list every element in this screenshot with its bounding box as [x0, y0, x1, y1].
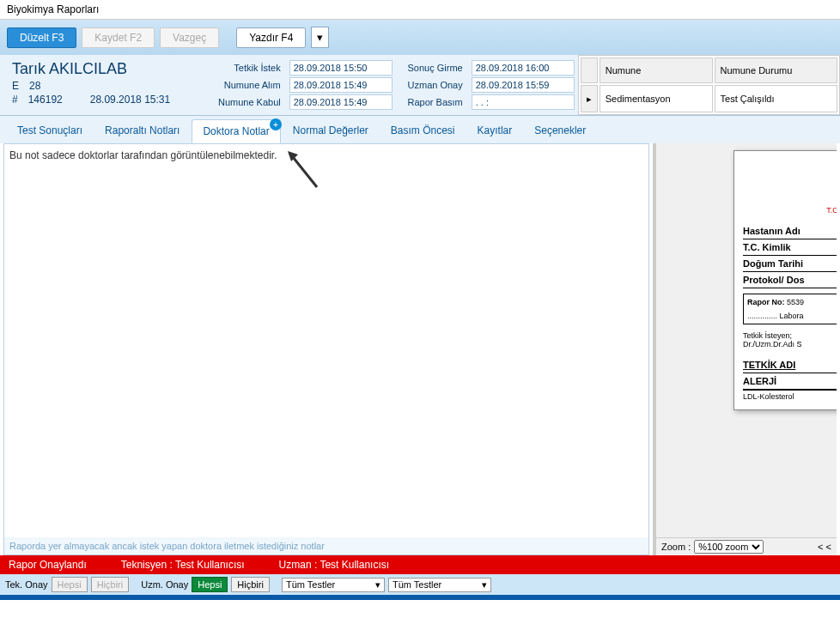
ldl: LDL-Kolesterol	[743, 390, 837, 401]
row-indicator: ▸	[581, 85, 598, 112]
doc-dob: Doğum Tarihi	[743, 256, 837, 272]
file-date: 28.09.2018 15:31	[90, 94, 170, 106]
preview-panel: T.C. Sağlık Bakanlığı Hastanın Adı T.C. …	[653, 143, 837, 555]
tek-hepsi-button: Hepsi	[52, 577, 88, 592]
request-value: 28.09.2018 15:50	[289, 60, 393, 76]
tab-options[interactable]: Seçenekler	[524, 119, 596, 143]
main-area: Bu not sadece doktorlar tarafından görün…	[0, 143, 840, 555]
sample-accept-value: 28.09.2018 15:49	[289, 94, 393, 110]
preview-footer: Zoom : %100 zoom < <	[656, 537, 837, 555]
tab-results[interactable]: Test Sonuçları	[7, 119, 93, 143]
tab-doctor-notes-label: Doktora Notlar	[203, 125, 269, 137]
tab-preprint[interactable]: Basım Öncesi	[380, 119, 466, 143]
sample-table: Numune Numune Durumu ▸ Sedimentasyon Tes…	[578, 55, 840, 115]
window-titlebar: Biyokimya Raporları	[0, 0, 840, 20]
sample-accept-label: Numune Kabul	[207, 97, 284, 107]
note-text[interactable]: Bu not sadece doktorlar tarafından görün…	[4, 144, 648, 537]
uzm-hepsi-button[interactable]: Hepsi	[192, 577, 228, 592]
report-preview: T.C. Sağlık Bakanlığı Hastanın Adı T.C. …	[733, 150, 837, 410]
print-date-value: . . :	[472, 94, 575, 110]
file-no-prefix: #	[12, 94, 18, 106]
spec-label: Uzman :	[279, 559, 318, 571]
alerji: ALERJİ	[743, 373, 837, 390]
spec-value: Test Kullanıcısı	[320, 559, 389, 571]
doc-tc: T.C. Kimlik	[743, 239, 837, 256]
print-date-label: Rapor Basım	[398, 97, 466, 107]
print-dropdown[interactable]: ▾	[311, 27, 329, 48]
doc-protocol: Protokol/ Dos	[743, 272, 837, 288]
status-bar: Rapor Onaylandı Teknisyen : Test Kullanı…	[0, 555, 840, 574]
tech-label: Teknisyen :	[121, 559, 173, 571]
uzm-hicbiri-button[interactable]: Hiçbiri	[231, 577, 270, 592]
sample-take-label: Numune Alım	[207, 80, 284, 90]
tetkik-adi: TETKİK ADI	[743, 357, 837, 373]
zoom-label: Zoom :	[661, 542, 691, 552]
dates-block: Tetkik İstek 28.09.2018 15:50 Sonuç Girm…	[204, 55, 578, 115]
nav-buttons[interactable]: < <	[818, 542, 831, 552]
patient-gender: E	[12, 80, 19, 92]
tabs-row: Test Sonuçları Raporaltı Notları Doktora…	[0, 116, 840, 143]
tab-records[interactable]: Kayıtlar	[467, 119, 523, 143]
status-spec: Uzman : Test Kullanıcısı	[279, 559, 390, 571]
labora-text: .............. Labora	[747, 312, 837, 320]
requestor-label: Tetkik İsteyen;	[743, 331, 837, 340]
result-label: Sonuç Girme	[398, 63, 466, 73]
sample-col-name: Numune	[600, 58, 713, 83]
status-tech: Teknisyen : Test Kullanıcısı	[121, 559, 245, 571]
tek-hicbiri-button: Hiçbiri	[91, 577, 130, 592]
approval-value: 28.09.2018 15:59	[472, 77, 575, 93]
cancel-button: Vazgeç	[160, 27, 219, 48]
request-label: Tetkik İstek	[207, 63, 284, 73]
bottom-bar: Tek. Onay Hepsi Hiçbiri Uzm. Onay Hepsi …	[0, 574, 840, 595]
uzm-onay-label: Uzm. Onay	[141, 579, 188, 590]
patient-name: Tarık AKILCILAB	[12, 60, 192, 78]
ministry-text: T.C. Sağlık Bakanlığı	[743, 206, 837, 215]
note-hint: Raporda yer almayacak ancak istek yapan …	[4, 537, 648, 554]
tek-onay-label: Tek. Onay	[5, 579, 48, 590]
sample-col-status: Numune Durumu	[715, 58, 837, 83]
patient-block: Tarık AKILCILAB E 28 # 146192 28.09.2018…	[0, 55, 204, 115]
tech-value: Test Kullanıcısı	[175, 559, 245, 571]
requestor-value: Dr./Uzm.Dr.Adı S	[743, 340, 837, 348]
patient-age: 28	[29, 80, 40, 92]
tab-normal[interactable]: Normal Değerler	[283, 119, 379, 143]
sample-take-value: 28.09.2018 15:49	[289, 77, 393, 93]
sample-name: Sedimentasyon	[600, 85, 713, 112]
approval-label: Uzman Onay	[398, 80, 466, 90]
tests-select-1[interactable]: Tüm Testler▾	[282, 578, 385, 592]
status-approved: Rapor Onaylandı	[9, 559, 87, 571]
main-toolbar: Düzelt F3 Kaydet F2 Vazgeç Yazdır F4 ▾	[0, 20, 840, 55]
rapor-no-label: Rapor No:	[747, 298, 785, 306]
note-panel: Bu not sadece doktorlar tarafından görün…	[3, 143, 649, 555]
edit-button[interactable]: Düzelt F3	[7, 27, 76, 48]
sample-status: Test Çalışıldı	[715, 85, 837, 112]
info-row: Tarık AKILCILAB E 28 # 146192 28.09.2018…	[0, 55, 840, 116]
result-value: 28.09.2018 16:00	[472, 60, 575, 76]
doc-patient-name: Hastanın Adı	[743, 223, 837, 239]
plus-badge-icon: +	[270, 118, 282, 130]
rapor-no-value: 5539	[787, 298, 804, 306]
tests-select-2[interactable]: Tüm Testler▾	[388, 578, 491, 592]
row-indicator-header	[581, 58, 598, 83]
save-button: Kaydet F2	[82, 27, 155, 48]
zoom-select[interactable]: %100 zoom	[694, 540, 764, 554]
doc-rapor-no: Rapor No: 5539 .............. Labora	[743, 294, 837, 324]
print-button[interactable]: Yazdır F4	[236, 27, 306, 48]
bottom-strip	[0, 595, 840, 600]
file-no: 146192	[28, 94, 63, 106]
window-title: Biyokimya Raporları	[7, 3, 99, 15]
tab-doctor-notes[interactable]: Doktora Notlar +	[192, 119, 280, 143]
table-row[interactable]: ▸ Sedimentasyon Test Çalışıldı	[581, 85, 837, 112]
tab-subnotes[interactable]: Raporaltı Notları	[94, 119, 190, 143]
